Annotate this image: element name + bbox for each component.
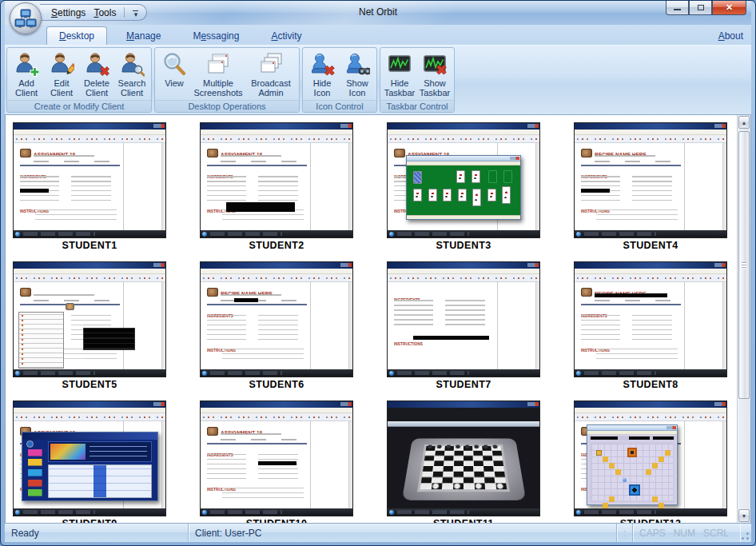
mini-titlebar (388, 401, 539, 408)
status-client: Client: User-PC (189, 524, 617, 542)
mini-toolbar (14, 274, 165, 282)
button-label: Add Client (9, 78, 44, 98)
mini-desktop-body: RECIPE NAME HERE INGREDIENTS INSTRUCTION… (575, 282, 726, 369)
view-button[interactable]: View (157, 50, 192, 88)
mini-doc-clipart (581, 149, 592, 157)
client-thumbnail-area: ASSIGNMENT 18 INGREDIENTS INSTRUCTIONS (5, 115, 751, 523)
mini-titlebar (388, 262, 539, 269)
mini-word-document: RECIPE NAME HERE INGREDIENTS INSTRUCTION… (575, 282, 726, 369)
client-desktop-preview: ASSIGNMENT 18 INGREDIENTS INSTRUCTIONS (200, 401, 353, 516)
client-thumbnail-student11[interactable]: INGREDIENTS INSTRUCTIONS (387, 401, 540, 523)
vertical-scrollbar[interactable]: ▲ ▼ (737, 115, 750, 523)
mini-desktop-body: INGREDIENTS INSTRUCTIONS (388, 282, 539, 369)
edit-client-button[interactable]: Edit Client (44, 50, 79, 98)
mini-doc-clipart (207, 288, 218, 297)
mini-menubar (388, 408, 539, 413)
mini-taskbar (201, 508, 352, 516)
mini-titlebar (201, 401, 352, 408)
windows-stack-icon (205, 51, 231, 77)
tab-activity[interactable]: Activity (258, 26, 314, 45)
client-thumbnail-student8[interactable]: RECIPE NAME HERE INGREDIENTS INSTRUCTION… (574, 261, 727, 390)
client-thumbnail-student7[interactable]: INGREDIENTS INSTRUCTIONS (387, 261, 540, 390)
app-window: Settings Tools ▾ Net Orbit ✕ Desktop Man… (0, 0, 756, 546)
client-name: STUDENT2 (200, 240, 353, 251)
search-client-button[interactable]: Search Client (114, 50, 149, 98)
client-thumbnail-student10[interactable]: ASSIGNMENT 18 INGREDIENTS INSTRUCTIONS (200, 401, 353, 523)
tab-messaging[interactable]: Messaging (180, 26, 252, 45)
user-add-icon (14, 51, 39, 77)
mini-menubar (201, 408, 352, 413)
mini-titlebar (14, 401, 165, 408)
client-thumbnail-student4[interactable]: RECIPE NAME HERE INGREDIENTS INSTRUCTION… (574, 122, 727, 251)
client-thumbnail-student3[interactable]: ASSIGNMENT 18 INGREDIENTS INSTRUCTIONS (387, 122, 540, 251)
group-label-create-or-modify-client: Create or Modify Client (7, 100, 151, 112)
client-thumbnail-student5[interactable]: INGREDIENTS INSTRUCTIONS (13, 261, 166, 390)
delete-client-button[interactable]: Delete Client (79, 50, 114, 98)
minimize-button[interactable] (666, 1, 689, 15)
show-icon-button[interactable]: Show Icon (340, 50, 375, 98)
customize-qat-dropdown-icon[interactable]: ▾ (133, 9, 138, 16)
client-thumbnail-student2[interactable]: ASSIGNMENT 18 INGREDIENTS INSTRUCTIONS (200, 122, 353, 251)
about-link[interactable]: About (718, 30, 743, 42)
hide-icon-button[interactable]: Hide Icon (304, 50, 340, 98)
mini-selection-highlight (595, 293, 667, 297)
mini-word-document: ASSIGNMENT 18 INGREDIENTS INSTRUCTIONS (14, 143, 165, 230)
magnifier-icon (161, 51, 187, 77)
client-thumbnail-student1[interactable]: ASSIGNMENT 18 INGREDIENTS INSTRUCTIONS (13, 122, 166, 251)
taskbar-monitor-icon (387, 51, 412, 77)
mini-titlebar (388, 123, 539, 130)
mini-word-document: RECIPE NAME HERE INGREDIENTS INSTRUCTION… (201, 282, 352, 369)
scrollbar-thumb[interactable] (738, 131, 750, 399)
mini-menubar (575, 269, 726, 274)
user-delete-icon (84, 51, 109, 77)
add-client-button[interactable]: Add Client (9, 50, 44, 98)
button-label: Delete Client (79, 78, 114, 98)
client-thumbnail-student12[interactable]: ASSIGNMENT 18 INGREDIENTS INSTRUCTIONS (574, 401, 727, 523)
quick-access-toolbar: Settings Tools ▾ (40, 4, 147, 21)
mini-selection-highlight (20, 189, 49, 193)
mini-menubar (201, 269, 352, 274)
button-label: Edit Client (44, 78, 79, 98)
button-label: Broadcast Admin (245, 78, 297, 98)
mini-menubar (388, 269, 539, 274)
group-label-icon-control: Icon Control (303, 100, 376, 112)
application-orb-button[interactable] (10, 2, 42, 34)
resize-grip[interactable] (740, 524, 751, 542)
scroll-down-button[interactable]: ▼ (738, 509, 750, 522)
client-desktop-preview: INGREDIENTS INSTRUCTIONS (387, 401, 540, 516)
tab-manage[interactable]: Manage (113, 26, 173, 45)
tab-desktop[interactable]: Desktop (46, 26, 107, 45)
mini-selection-highlight (258, 461, 296, 465)
button-label: Show Taskbar (417, 78, 452, 98)
multiple-screenshots-button[interactable]: Multiple Screenshots (192, 50, 245, 98)
mini-titlebar (575, 262, 726, 269)
client-desktop-preview: ASSIGNMENT 18 INGREDIENTS INSTRUCTIONS (200, 122, 353, 238)
mini-titlebar (201, 123, 352, 130)
mini-desktop-body: ASSIGNMENT 18 INGREDIENTS INSTRUCTIONS (14, 143, 165, 230)
client-name: STUDENT8 (574, 379, 727, 390)
mini-titlebar (14, 262, 165, 269)
num-indicator: NUM (674, 528, 695, 539)
menu-tools[interactable]: Tools (94, 7, 116, 18)
mini-solitaire-window (406, 155, 521, 220)
mini-chess-game (388, 421, 539, 508)
broadcast-admin-button[interactable]: Broadcast Admin (245, 50, 297, 98)
show-taskbar-button[interactable]: Show Taskbar (417, 50, 452, 98)
mini-taskbar (201, 369, 352, 377)
client-desktop-preview: ASSIGNMENT 18 INGREDIENTS INSTRUCTIONS (574, 401, 727, 516)
mini-titlebar (14, 123, 165, 130)
status-ready: Ready (5, 524, 189, 542)
hide-taskbar-button[interactable]: Hide Taskbar (382, 50, 417, 98)
client-thumbnail-student9[interactable]: ASSIGNMENT 18 INGREDIENTS INSTRUCTIONS (13, 401, 166, 523)
scroll-up-button[interactable]: ▲ (738, 116, 750, 129)
close-button[interactable]: ✕ (712, 1, 746, 15)
keyboard-indicators: CAPS NUM SCRL (633, 524, 740, 542)
mini-selection-highlight (226, 202, 295, 212)
maximize-button[interactable] (689, 1, 712, 15)
menu-settings[interactable]: Settings (51, 7, 86, 18)
client-name: STUDENT6 (200, 379, 353, 390)
mini-toolbar (14, 135, 165, 143)
mini-desktop-body: ASSIGNMENT 18 INGREDIENTS INSTRUCTIONS (201, 421, 352, 508)
client-thumbnail-student6[interactable]: RECIPE NAME HERE INGREDIENTS INSTRUCTION… (200, 261, 353, 390)
mini-doc-clipart (20, 149, 31, 157)
